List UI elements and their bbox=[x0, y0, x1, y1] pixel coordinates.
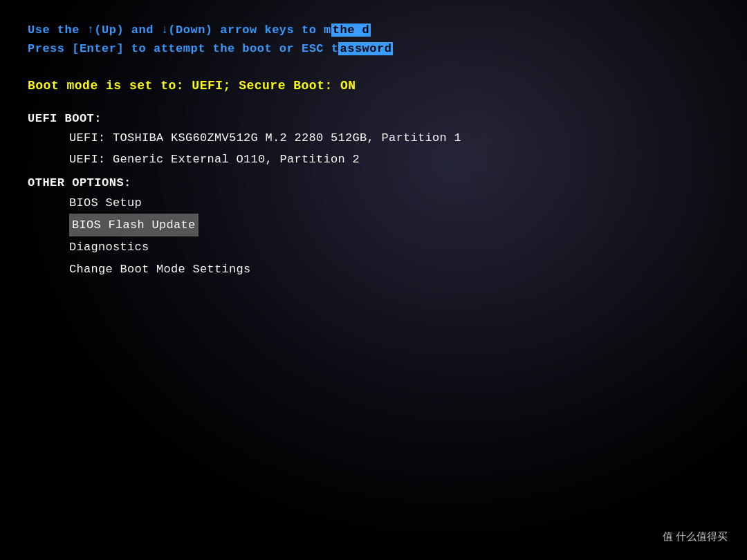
header-line2-end: assword bbox=[338, 42, 393, 55]
header-line1-end: the d bbox=[331, 24, 371, 37]
boot-mode-status: Boot mode is set to: UEFI; Secure Boot: … bbox=[28, 79, 719, 93]
uefi-boot-section: UEFI BOOT: UEFI: TOSHIBA KSG60ZMV512G M.… bbox=[28, 112, 719, 170]
other-options-item-bios-flash[interactable]: BIOS Flash Update bbox=[28, 214, 719, 236]
instruction-line-1: Use the ↑(Up) and ↓(Down) arrow keys to … bbox=[28, 21, 719, 39]
other-options-header: OTHER OPTIONS: bbox=[28, 176, 719, 189]
other-options-item-diagnostics[interactable]: Diagnostics bbox=[28, 236, 719, 258]
watermark-label: 值 什么值得买 bbox=[657, 528, 733, 546]
uefi-boot-item-1[interactable]: UEFI: TOSHIBA KSG60ZMV512G M.2 2280 512G… bbox=[28, 128, 719, 149]
other-options-item-change-boot[interactable]: Change Boot Mode Settings bbox=[28, 259, 719, 280]
uefi-boot-header: UEFI BOOT: bbox=[28, 112, 719, 125]
bios-screen: Use the ↑(Up) and ↓(Down) arrow keys to … bbox=[0, 0, 747, 560]
other-options-section: OTHER OPTIONS: BIOS Setup BIOS Flash Upd… bbox=[28, 176, 719, 281]
instruction-line-2: Press [Enter] to attempt the boot or ESC… bbox=[28, 39, 719, 58]
header-instructions: Use the ↑(Up) and ↓(Down) arrow keys to … bbox=[28, 21, 719, 58]
uefi-boot-item-2[interactable]: UEFI: Generic External O110, Partition 2 bbox=[28, 149, 719, 171]
other-options-item-bios-setup[interactable]: BIOS Setup bbox=[28, 192, 719, 214]
